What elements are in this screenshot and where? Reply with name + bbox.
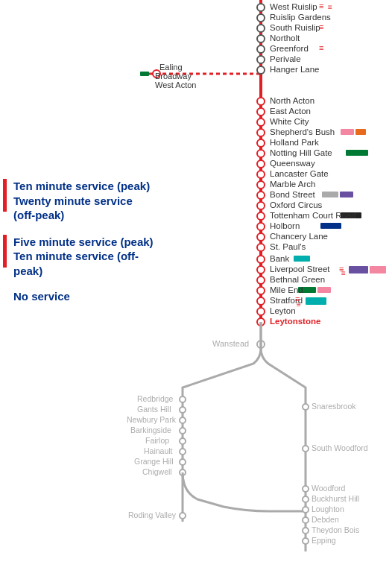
svg-text:≡: ≡ [319,22,323,31]
svg-text:Roding Valley: Roding Valley [128,510,177,519]
svg-rect-39 [370,266,386,273]
svg-text:Leyton: Leyton [270,306,296,315]
svg-text:Northolt: Northolt [270,34,300,42]
svg-text:Chigwell: Chigwell [142,467,172,476]
svg-point-22 [257,171,265,178]
svg-point-67 [303,538,309,544]
svg-text:≡: ≡ [295,294,300,303]
svg-point-57 [180,459,186,465]
svg-point-8 [257,35,265,42]
svg-text:Bond Street: Bond Street [270,190,316,199]
svg-point-23 [257,181,265,189]
svg-point-34 [257,256,265,263]
svg-point-55 [180,438,186,444]
svg-rect-2 [140,72,149,76]
svg-point-65 [303,517,309,523]
svg-point-13 [257,108,265,116]
svg-text:Epping: Epping [312,536,336,545]
svg-point-41 [257,287,265,294]
svg-point-30 [257,223,265,230]
svg-text:West Acton: West Acton [155,80,196,89]
svg-point-12 [257,98,265,105]
svg-point-14 [257,118,265,126]
svg-text:Woodford: Woodford [312,484,345,493]
svg-point-9 [257,45,265,53]
svg-text:Wanstead: Wanstead [212,339,249,348]
svg-point-62 [303,486,309,492]
svg-text:Marble Arch: Marble Arch [270,180,315,189]
svg-rect-25 [322,192,338,197]
svg-point-47 [257,308,265,315]
svg-point-66 [303,528,309,534]
svg-text:≡: ≡ [339,265,344,273]
svg-text:Leytonstone: Leytonstone [270,317,320,326]
svg-text:Notting Hill Gate: Notting Hill Gate [270,148,332,157]
svg-text:Greenford: Greenford [270,44,309,53]
svg-text:Oxford Circus: Oxford Circus [270,200,323,209]
svg-text:Gants Hill: Gants Hill [137,405,171,414]
svg-text:South Ruislip: South Ruislip [270,23,320,32]
svg-rect-26 [340,192,353,197]
svg-text:Snaresbrook: Snaresbrook [312,402,356,411]
svg-point-15 [257,129,265,136]
svg-text:Hanger Lane: Hanger Lane [270,65,320,74]
svg-text:≡: ≡ [319,1,323,10]
svg-point-28 [257,212,265,220]
svg-point-18 [257,139,265,147]
svg-point-33 [257,244,265,251]
svg-text:Grange Hill: Grange Hill [134,457,174,466]
tube-diagram: ≡ [0,0,392,585]
svg-point-32 [257,233,265,241]
svg-text:Fairlop: Fairlop [145,436,169,445]
svg-point-51 [180,396,186,402]
svg-point-21 [257,160,265,168]
svg-text:Barkingside: Barkingside [130,426,171,434]
svg-point-61 [303,446,309,452]
svg-point-4 [257,4,265,11]
svg-rect-35 [294,256,310,262]
svg-rect-31 [320,223,341,229]
svg-text:Redbridge: Redbridge [137,394,174,403]
svg-text:≡: ≡ [328,3,332,11]
svg-text:Lancaster Gate: Lancaster Gate [270,169,329,178]
svg-text:Ruislip Gardens: Ruislip Gardens [270,13,331,22]
svg-point-24 [257,192,265,199]
svg-point-44 [257,297,265,305]
svg-text:Bank: Bank [270,254,289,263]
svg-rect-38 [349,266,368,273]
svg-point-19 [257,150,265,157]
svg-text:West Ruislip: West Ruislip [270,2,317,11]
svg-text:Hainault: Hainault [144,446,173,455]
svg-point-40 [257,276,265,284]
svg-text:North Acton: North Acton [270,96,314,105]
svg-point-64 [303,507,309,513]
svg-point-59 [180,513,186,519]
svg-point-11 [257,66,265,74]
svg-text:White City: White City [270,117,309,126]
svg-text:Perivale: Perivale [270,54,301,63]
svg-point-6 [257,14,265,22]
svg-text:Bethnal Green: Bethnal Green [270,275,325,284]
svg-text:East Acton: East Acton [270,107,311,116]
svg-text:Liverpool Street: Liverpool Street [270,265,330,273]
svg-point-56 [180,449,186,455]
svg-point-60 [303,404,309,410]
svg-text:South Woodford: South Woodford [312,443,368,452]
svg-text:Holland Park: Holland Park [270,138,319,147]
svg-text:Theydon Bois: Theydon Bois [312,525,359,534]
svg-text:Tottenham Court Road: Tottenham Court Road [270,211,356,220]
svg-text:Buckhurst Hill: Buckhurst Hill [312,494,359,503]
svg-text:≡: ≡ [319,43,323,52]
svg-rect-17 [355,129,366,135]
svg-rect-16 [341,129,354,135]
svg-text:Queensway: Queensway [270,159,315,168]
svg-text:Broadway: Broadway [155,72,192,80]
svg-text:Debden: Debden [312,515,339,524]
svg-text:Mile End: Mile End [270,285,303,294]
svg-text:Holborn: Holborn [270,221,300,230]
svg-point-36 [257,266,265,273]
svg-text:Shepherd's Bush: Shepherd's Bush [270,127,335,136]
svg-point-52 [180,407,186,413]
svg-point-53 [180,417,186,423]
svg-text:Newbury Park: Newbury Park [127,415,177,424]
